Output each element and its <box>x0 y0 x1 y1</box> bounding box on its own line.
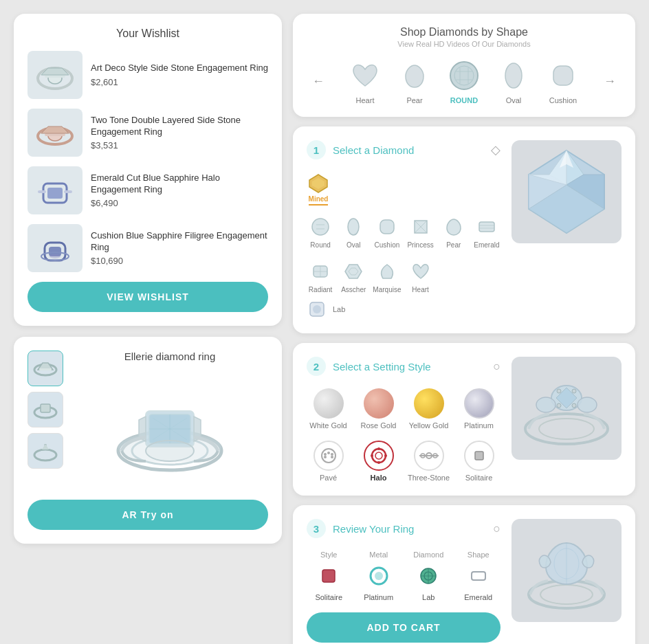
svg-rect-98 <box>322 570 335 582</box>
svg-rect-87 <box>475 452 483 460</box>
style-option-pave[interactable]: Pavé <box>307 441 350 482</box>
svg-point-97 <box>572 403 576 408</box>
radiant-diamond-icon <box>307 258 333 285</box>
cushion-shape-icon <box>545 58 581 93</box>
rose-gold-label: Rose Gold <box>361 421 397 430</box>
style-option-solitaire[interactable]: Solitaire <box>457 441 500 482</box>
mined-label: Mined <box>309 195 329 206</box>
carousel-next-button[interactable]: → <box>601 71 619 91</box>
shape-item-pear[interactable]: Pear <box>397 58 432 104</box>
svg-rect-54 <box>479 222 494 232</box>
thumbnail-1[interactable] <box>28 351 63 386</box>
svg-rect-18 <box>39 368 52 370</box>
lab-icon <box>307 299 327 320</box>
diamond-option-emerald[interactable]: Emerald <box>473 214 500 249</box>
diamond-option-asscher[interactable]: Asscher <box>340 258 367 293</box>
section-num-3: 3 <box>307 519 326 538</box>
select-setting-header: 2 Select a Setting Style ○ <box>307 357 500 376</box>
shape-item-round[interactable]: ROUND <box>446 58 482 104</box>
svg-point-77 <box>372 449 386 463</box>
white-gold-label: White Gold <box>309 421 346 430</box>
diamond-label-round: Round <box>310 241 330 249</box>
svg-point-49 <box>348 219 359 235</box>
shape-item-cushion[interactable]: Cushion <box>545 58 581 104</box>
item-price-3: $6,490 <box>91 198 268 208</box>
diamond-option-marquise[interactable]: Marquise <box>373 258 401 293</box>
view-wishlist-button[interactable]: VIEW WISHLIST <box>28 282 268 312</box>
review-col-style: Style Solitaire <box>307 551 351 601</box>
svg-point-79 <box>377 447 380 450</box>
item-name-2: Two Tone Double Layered Side Stone Engag… <box>91 115 268 138</box>
diamond-option-heart[interactable]: Heart <box>406 258 434 293</box>
product-thumbnails <box>28 351 63 469</box>
origin-lab[interactable]: Lab <box>307 299 500 320</box>
add-to-cart-button[interactable]: ADD TO CART <box>307 612 500 643</box>
heart-diamond-icon <box>408 258 434 285</box>
select-setting-title: Select a Setting Style <box>333 361 431 373</box>
heart-shape-icon <box>347 58 383 93</box>
svg-point-94 <box>557 389 561 393</box>
oval-shape-icon <box>496 58 531 93</box>
pave-label: Pavé <box>320 474 337 482</box>
item-name-4: Cushion Blue Sapphire Filigree Engagemen… <box>91 230 268 254</box>
diamond-option-cushion[interactable]: Cushion <box>373 214 401 249</box>
svg-point-15 <box>50 254 60 258</box>
style-option-three-stone[interactable]: Three-Stone <box>407 441 450 482</box>
list-item: Emerald Cut Blue Sapphire Halo Engagemen… <box>28 166 268 214</box>
review-col-metal: Metal Platinum <box>357 551 402 601</box>
item-image-4 <box>28 224 82 272</box>
svg-marker-60 <box>345 265 362 278</box>
diamond-label-radiant: Radiant <box>309 286 332 293</box>
shape-item-oval[interactable]: Oval <box>496 58 531 104</box>
svg-point-21 <box>34 449 56 460</box>
review-grid: Style Solitaire Metal Platinum <box>307 551 500 601</box>
svg-point-92 <box>536 397 556 412</box>
ar-try-on-button[interactable]: AR Try on <box>28 500 268 530</box>
emerald-diamond-icon <box>474 214 500 240</box>
list-item: Two Tone Double Layered Side Stone Engag… <box>28 109 268 157</box>
svg-point-71 <box>322 449 336 463</box>
origin-mined[interactable]: Mined <box>307 172 330 206</box>
thumbnail-3[interactable] <box>28 433 63 469</box>
three-stone-label: Three-Stone <box>408 474 450 482</box>
select-diamond-title: Select a Diamond <box>333 144 414 156</box>
review-shape-icon <box>465 563 492 589</box>
diamond-option-oval[interactable]: Oval <box>340 214 367 249</box>
halo-style-icon <box>364 441 394 471</box>
marquise-diamond-icon <box>374 258 400 285</box>
carousel-prev-button[interactable]: ← <box>309 71 327 91</box>
svg-point-93 <box>578 397 597 412</box>
diamond-option-radiant[interactable]: Radiant <box>307 258 334 293</box>
product-preview-card: Ellerie diamond ring <box>14 337 282 544</box>
metal-option-rose-gold[interactable]: Rose Gold <box>357 388 400 430</box>
solitaire-style-icon <box>464 441 494 471</box>
shape-item-heart[interactable]: Heart <box>347 58 383 104</box>
section-num-1: 1 <box>307 140 326 159</box>
svg-rect-105 <box>472 572 485 580</box>
style-option-halo[interactable]: Halo <box>357 441 400 482</box>
thumbnail-2[interactable] <box>28 392 63 428</box>
svg-point-76 <box>331 456 333 458</box>
svg-point-42 <box>505 63 522 88</box>
shape-label-round: ROUND <box>450 96 478 104</box>
review-style-label: Style <box>320 551 337 559</box>
svg-rect-43 <box>553 66 573 85</box>
review-col-shape: Shape Emerald <box>456 551 501 601</box>
svg-point-74 <box>331 453 333 456</box>
diamond-label-oval: Oval <box>346 241 361 249</box>
metal-option-white-gold[interactable]: White Gold <box>307 388 350 430</box>
review-metal-value: Platinum <box>364 593 393 601</box>
diamond-option-round[interactable]: Round <box>307 214 334 249</box>
svg-rect-10 <box>38 190 46 193</box>
svg-marker-7 <box>41 126 69 133</box>
diamond-option-pear[interactable]: Pear <box>440 214 468 249</box>
diamond-option-princess[interactable]: Princess <box>406 214 434 249</box>
svg-point-46 <box>312 219 329 235</box>
metal-grid: White Gold Rose Gold Yellow Gold Platinu… <box>307 388 500 430</box>
metal-option-platinum[interactable]: Platinum <box>457 388 500 430</box>
diamond-label-cushion: Cushion <box>375 241 400 249</box>
review-ring-card: 3 Review Your Ring ○ Style Solitaire Met… <box>293 505 635 644</box>
review-shape-label: Shape <box>468 551 490 559</box>
pear-diamond-icon <box>441 214 467 240</box>
metal-option-yellow-gold[interactable]: Yellow Gold <box>407 388 450 430</box>
